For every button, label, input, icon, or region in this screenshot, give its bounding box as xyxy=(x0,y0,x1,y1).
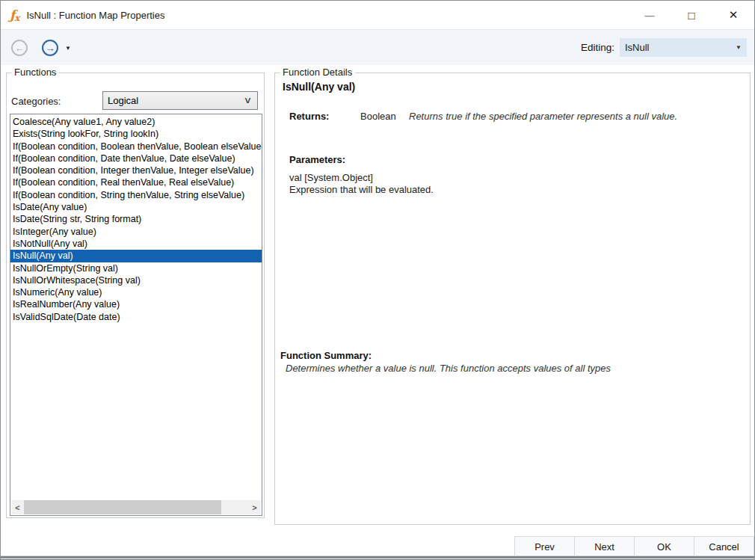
function-map-properties-dialog: ƒx IsNull : Function Map Properties — □ … xyxy=(0,0,755,560)
list-item[interactable]: IsRealNumber(Any value) xyxy=(10,298,262,310)
list-item[interactable]: Exists(String lookFor, String lookIn) xyxy=(10,128,262,140)
scrollbar-track[interactable] xyxy=(24,500,248,514)
close-button[interactable]: ✕ xyxy=(712,1,754,29)
editing-combobox-value: IsNull xyxy=(625,42,650,53)
scroll-left-arrow-icon[interactable]: < xyxy=(11,500,24,514)
minimize-button[interactable]: — xyxy=(629,1,671,29)
list-item[interactable]: If(Boolean condition, Boolean thenValue,… xyxy=(10,141,262,153)
list-item[interactable]: If(Boolean condition, Integer thenValue,… xyxy=(10,164,262,176)
forward-arrow-icon: → xyxy=(46,43,55,54)
list-item[interactable]: IsNotNull(Any val) xyxy=(10,238,262,250)
list-item-selected[interactable]: IsNull(Any val) xyxy=(10,250,262,262)
next-button[interactable]: Next xyxy=(574,536,635,558)
list-item[interactable]: IsNullOrWhitespace(String val) xyxy=(10,274,262,286)
function-summary-text: Determines whether a value is null. This… xyxy=(286,363,734,374)
maximize-icon: □ xyxy=(688,9,694,22)
list-item[interactable]: If(Boolean condition, String thenValue, … xyxy=(10,189,262,201)
forward-button[interactable]: → xyxy=(42,40,58,56)
list-item[interactable]: If(Boolean condition, Date thenValue, Da… xyxy=(10,153,262,164)
editing-combobox[interactable]: IsNull ▼ xyxy=(620,38,747,57)
dialog-footer: Prev Next OK Cancel xyxy=(515,536,754,558)
categories-combobox[interactable]: Logical ∨ xyxy=(102,91,258,110)
forward-dropdown-caret-icon[interactable]: ▼ xyxy=(65,45,71,52)
function-signature: IsNull(Any val) xyxy=(283,81,355,93)
list-item[interactable]: IsDate(Any value) xyxy=(10,201,262,213)
list-item[interactable]: Coalesce(Any value1, Any value2) xyxy=(10,116,262,128)
editing-group: Editing: IsNull ▼ xyxy=(581,38,747,57)
list-item[interactable]: IsNullOrEmpty(String val) xyxy=(10,262,262,274)
scroll-right-arrow-icon[interactable]: > xyxy=(248,500,261,514)
back-button[interactable]: ← xyxy=(11,40,28,56)
list-item[interactable]: IsInteger(Any value) xyxy=(10,226,262,238)
returns-description: Returns true if the specified parameter … xyxy=(409,111,738,122)
categories-chevron-down-icon: ∨ xyxy=(244,95,252,105)
functions-group-title: Functions xyxy=(11,67,59,78)
toolbar: ← → ▼ Editing: IsNull ▼ xyxy=(1,29,754,65)
categories-combobox-value: Logical xyxy=(108,95,138,106)
titlebar: ƒx IsNull : Function Map Properties — □ … xyxy=(1,1,754,29)
minimize-icon: — xyxy=(645,10,655,21)
parameter-name: val [System.Object] xyxy=(289,172,373,183)
parameter-description: Expression that will be evaluated. xyxy=(289,184,434,195)
close-icon: ✕ xyxy=(729,8,739,22)
editing-label: Editing: xyxy=(581,42,614,53)
function-details-group-title: Function Details xyxy=(280,67,355,78)
functions-groupbox: Functions Categories: Logical ∨ Coalesce… xyxy=(6,73,265,518)
window-controls: — □ ✕ xyxy=(629,1,754,29)
scrollbar-thumb[interactable] xyxy=(24,500,221,514)
horizontal-scrollbar[interactable]: < > xyxy=(11,500,261,514)
maximize-button[interactable]: □ xyxy=(671,1,712,29)
window-bottom-edge xyxy=(1,556,754,559)
returns-row: Returns: Boolean Returns true if the spe… xyxy=(289,111,329,122)
prev-button[interactable]: Prev xyxy=(514,536,575,558)
ok-button[interactable]: OK xyxy=(634,536,694,558)
cancel-button[interactable]: Cancel xyxy=(694,536,754,558)
function-details-groupbox: Function Details IsNull(Any val) Returns… xyxy=(274,73,751,525)
categories-label: Categories: xyxy=(11,96,61,107)
back-arrow-icon: ← xyxy=(15,43,25,54)
function-listbox: Coalesce(Any value1, Any value2) Exists(… xyxy=(10,114,262,516)
returns-label: Returns: xyxy=(289,111,329,122)
function-summary-label: Function Summary: xyxy=(280,350,372,361)
list-item[interactable]: IsDate(String str, String format) xyxy=(10,213,262,225)
list-item[interactable]: IsValidSqlDate(Date date) xyxy=(10,311,262,323)
list-item[interactable]: IsNumeric(Any value) xyxy=(10,286,262,298)
editing-caret-icon: ▼ xyxy=(736,44,742,51)
window-title: IsNull : Function Map Properties xyxy=(26,10,164,21)
fx-app-icon: ƒx xyxy=(10,7,19,23)
list-item[interactable]: If(Boolean condition, Real thenValue, Re… xyxy=(10,176,262,188)
parameters-label: Parameters: xyxy=(289,154,345,165)
